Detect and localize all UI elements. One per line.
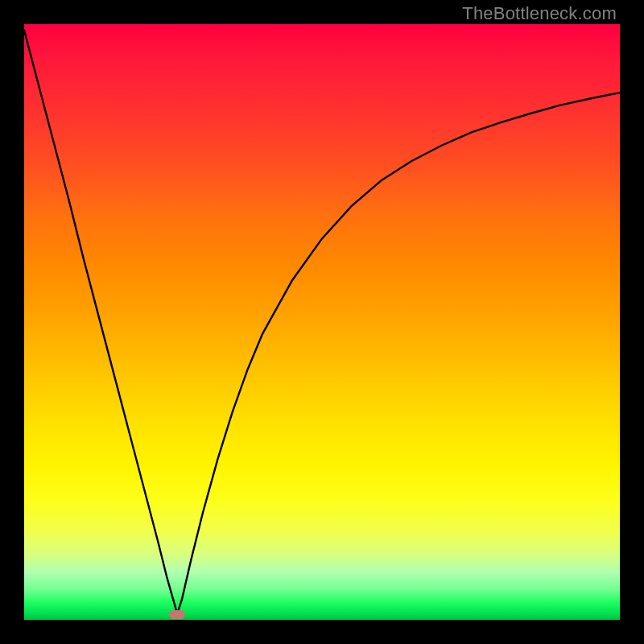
chart-frame: TheBottleneck.com	[0, 0, 644, 644]
optimum-marker	[169, 610, 185, 619]
curve-path	[24, 30, 620, 613]
plot-area	[24, 24, 620, 620]
bottleneck-curve	[24, 24, 620, 620]
watermark-text: TheBottleneck.com	[462, 3, 617, 24]
